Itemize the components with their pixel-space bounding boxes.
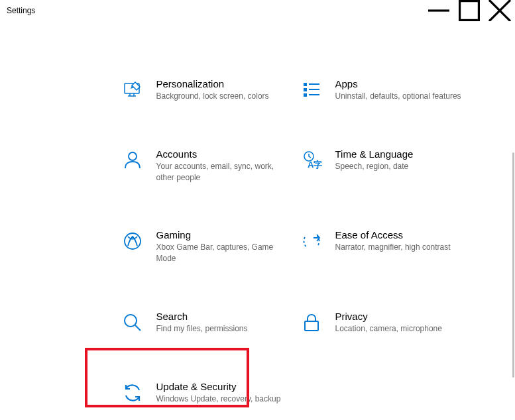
personalization-icon <box>122 79 143 101</box>
settings-grid: Personalization Background, lock screen,… <box>122 74 480 409</box>
tile-desc: Speech, region, date <box>335 161 468 172</box>
svg-rect-3 <box>309 83 319 85</box>
tile-ease-of-access[interactable]: Ease of Access Narrator, magnifier, high… <box>301 225 480 268</box>
tile-title: Personalization <box>156 78 289 89</box>
svg-rect-5 <box>309 89 319 90</box>
tile-title: Apps <box>335 78 468 89</box>
close-icon <box>485 0 515 21</box>
minimize-button[interactable] <box>424 0 454 21</box>
minimize-icon <box>424 0 454 21</box>
tile-search[interactable]: Search Find my files, permissions <box>122 307 301 339</box>
tile-title: Accounts <box>156 148 289 160</box>
tile-update-security[interactable]: Update & Security Windows Update, recove… <box>122 377 301 409</box>
svg-rect-2 <box>304 83 307 86</box>
tile-title: Privacy <box>335 311 468 322</box>
window-controls <box>424 0 515 21</box>
content-area: Personalization Background, lock screen,… <box>0 21 515 409</box>
tile-privacy[interactable]: Privacy Location, camera, microphone <box>301 307 480 339</box>
maximize-icon <box>454 0 485 21</box>
svg-rect-7 <box>309 94 319 95</box>
tile-personalization[interactable]: Personalization Background, lock screen,… <box>122 74 301 106</box>
svg-point-12 <box>125 315 137 327</box>
tile-title: Update & Security <box>156 381 289 392</box>
titlebar: Settings <box>0 0 515 21</box>
svg-rect-4 <box>304 88 307 91</box>
tile-title: Gaming <box>156 229 289 240</box>
tile-desc: Your accounts, email, sync, work, other … <box>156 161 289 184</box>
gaming-icon <box>122 231 143 252</box>
tile-gaming[interactable]: Gaming Xbox Game Bar, captures, Game Mod… <box>122 225 301 268</box>
apps-icon <box>301 79 322 101</box>
tile-accounts[interactable]: Accounts Your accounts, email, sync, wor… <box>122 144 301 187</box>
svg-text:A字: A字 <box>308 160 322 170</box>
tile-desc: Xbox Game Bar, captures, Game Mode <box>156 242 289 264</box>
tile-title: Search <box>156 311 289 322</box>
tile-apps[interactable]: Apps Uninstall, defaults, optional featu… <box>301 74 480 106</box>
privacy-icon <box>301 312 322 333</box>
tile-desc: Narrator, magnifier, high contrast <box>335 242 468 253</box>
tile-desc: Background, lock screen, colors <box>156 91 289 102</box>
time-language-icon: A字 <box>301 150 322 171</box>
tile-desc: Windows Update, recovery, backup <box>156 394 289 405</box>
ease-of-access-icon <box>301 231 322 252</box>
svg-point-8 <box>129 152 137 160</box>
svg-rect-0 <box>460 1 479 21</box>
close-button[interactable] <box>485 0 515 21</box>
tile-title: Ease of Access <box>335 229 468 240</box>
maximize-button[interactable] <box>454 0 485 21</box>
tile-desc: Uninstall, defaults, optional features <box>335 91 468 102</box>
search-icon <box>122 312 143 333</box>
update-security-icon <box>122 382 143 403</box>
scrollbar[interactable] <box>512 152 514 378</box>
tile-desc: Find my files, permissions <box>156 323 289 335</box>
window-title: Settings <box>7 6 35 15</box>
accounts-icon <box>122 150 143 171</box>
tile-title: Time & Language <box>335 148 468 160</box>
svg-rect-13 <box>305 321 318 331</box>
svg-rect-6 <box>304 93 307 97</box>
tile-time-language[interactable]: A字 Time & Language Speech, region, date <box>301 144 480 187</box>
svg-point-11 <box>125 233 141 249</box>
tile-desc: Location, camera, microphone <box>335 323 468 335</box>
